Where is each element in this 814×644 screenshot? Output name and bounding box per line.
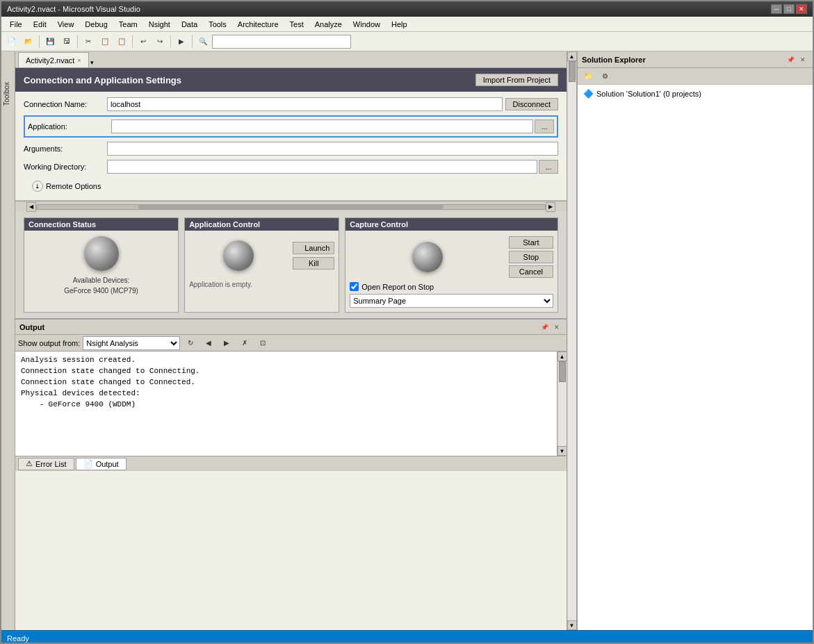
output-panel: Output 📌 ✕ Show output from: Nsight Anal…	[15, 318, 567, 471]
menu-data[interactable]: Data	[176, 19, 203, 30]
working-dir-label: Working Directory:	[24, 163, 107, 171]
menu-analyze[interactable]: Analyze	[309, 19, 348, 30]
maximize-button[interactable]: □	[783, 4, 795, 14]
connection-name-label: Connection Name:	[24, 100, 107, 108]
capture-row: Start Stop Cancel	[350, 236, 553, 278]
output-scrollbar[interactable]: ▲ ▼	[557, 352, 567, 456]
app-control-title: Application Control	[185, 218, 339, 231]
cancel-button[interactable]: Cancel	[509, 265, 553, 278]
se-folder-btn[interactable]: 📁	[580, 69, 596, 84]
output-clear-btn[interactable]: ✗	[237, 336, 252, 351]
working-dir-input[interactable]	[107, 160, 537, 174]
disconnect-button[interactable]: Disconnect	[505, 98, 558, 110]
output-refresh-btn[interactable]: ↻	[183, 336, 198, 351]
tab-label: Activity2.nvact	[26, 56, 74, 65]
se-controls: 📌 ✕	[785, 54, 808, 65]
status-panels: Connection Status Available Devices: GeF…	[15, 212, 567, 318]
activity-tab[interactable]: Activity2.nvact ×	[18, 52, 89, 67]
output-line-2: Connection state changed to Connecting.	[21, 365, 551, 377]
toolbar-redo[interactable]: ↪	[152, 34, 168, 49]
menu-edit[interactable]: Edit	[28, 19, 52, 30]
toolbar-save[interactable]: 💾	[42, 34, 58, 49]
menu-test[interactable]: Test	[284, 19, 309, 30]
menu-window[interactable]: Window	[348, 19, 386, 30]
remote-options-row[interactable]: ⤓ Remote Options	[24, 178, 558, 195]
output-copy-btn[interactable]: ⊡	[255, 336, 270, 351]
main-scrollbar[interactable]: ▲ ▼	[567, 51, 576, 630]
tab-dropdown[interactable]: ▾	[89, 58, 95, 67]
toolbar-cut[interactable]: ✂	[81, 34, 96, 49]
start-button[interactable]: Start	[509, 236, 553, 249]
se-header: Solution Explorer 📌 ✕	[578, 51, 813, 68]
application-browse-button[interactable]: ...	[535, 119, 554, 133]
close-button[interactable]: ✕	[796, 4, 807, 14]
minimize-button[interactable]: ─	[771, 4, 782, 14]
output-pin-btn[interactable]: 📌	[539, 322, 550, 333]
toolbar-run[interactable]: ▶	[174, 34, 189, 49]
form-container: Connection Name: Disconnect Application:…	[15, 92, 567, 201]
report-select[interactable]: Summary Page	[350, 294, 553, 308]
menu-nsight[interactable]: Nsight	[143, 19, 176, 30]
toolbar-new[interactable]: 📄	[4, 34, 19, 49]
output-source-select[interactable]: Nsight Analysis	[83, 336, 180, 350]
capture-control-title: Capture Control	[345, 218, 557, 231]
error-list-tab[interactable]: ⚠ Error List	[18, 458, 74, 470]
toolbar-saveall[interactable]: 🖫	[59, 34, 74, 49]
capture-control-panel: Capture Control Start Stop Cancel Open R…	[345, 217, 558, 313]
import-button[interactable]: Import From Project	[475, 74, 558, 86]
open-report-row: Open Report on Stop	[350, 282, 553, 291]
output-next-btn[interactable]: ▶	[219, 336, 234, 351]
toolbar-search-input[interactable]	[212, 35, 351, 49]
menu-file[interactable]: File	[4, 19, 28, 30]
toolbar-undo[interactable]: ↩	[136, 34, 151, 49]
connection-status-orb	[84, 236, 119, 271]
scroll-down-btn[interactable]: ▼	[557, 446, 567, 456]
scroll-track	[558, 361, 567, 446]
working-dir-browse-button[interactable]: ...	[539, 160, 558, 174]
center-content: Activity2.nvact × ▾ Connection and Appli…	[15, 51, 567, 630]
main-scroll-down[interactable]: ▼	[567, 620, 577, 630]
error-list-label: Error List	[35, 460, 67, 468]
se-close-btn[interactable]: ✕	[797, 54, 808, 65]
se-properties-btn[interactable]: ⚙	[597, 69, 612, 84]
application-input[interactable]	[111, 119, 533, 133]
output-prev-btn[interactable]: ◀	[201, 336, 216, 351]
se-pin-btn[interactable]: 📌	[785, 54, 796, 65]
output-header: Output 📌 ✕	[15, 320, 567, 335]
output-tab[interactable]: 📄 Output	[76, 458, 127, 470]
toolbar-sep-1	[39, 35, 40, 48]
main-scroll-up[interactable]: ▲	[567, 51, 577, 61]
output-close-btn[interactable]: ✕	[551, 322, 562, 333]
toolbar-sep-5	[192, 35, 193, 48]
menu-team[interactable]: Team	[113, 19, 143, 30]
connection-name-input[interactable]	[107, 97, 503, 111]
bottom-tabs: ⚠ Error List 📄 Output	[15, 456, 567, 471]
menu-help[interactable]: Help	[386, 19, 413, 30]
menu-debug[interactable]: Debug	[79, 19, 113, 30]
toolbar-open[interactable]: 📂	[21, 34, 36, 49]
solution-explorer: Solution Explorer 📌 ✕ 📁 ⚙ 🔷 Solution 'So…	[576, 51, 813, 630]
launch-button[interactable]: Launch	[293, 242, 334, 254]
se-toolbar: 📁 ⚙	[578, 68, 813, 85]
toolbar-search[interactable]: 🔍	[195, 34, 211, 49]
scroll-up-btn[interactable]: ▲	[557, 352, 567, 361]
toolbar-copy[interactable]: 📋	[97, 34, 113, 49]
scroll-left-btn[interactable]: ◀	[26, 202, 36, 212]
application-row: Application: ...	[24, 115, 558, 138]
menu-view[interactable]: View	[52, 19, 80, 30]
expand-icon[interactable]: ⤓	[32, 181, 43, 192]
toolbar-paste[interactable]: 📋	[114, 34, 129, 49]
kill-button[interactable]: Kill	[293, 257, 334, 270]
tab-close-icon[interactable]: ×	[77, 57, 81, 64]
menu-architecture[interactable]: Architecture	[232, 19, 284, 30]
arguments-input[interactable]	[107, 142, 558, 156]
solution-icon: 🔷	[583, 89, 594, 99]
arguments-row: Arguments:	[24, 142, 558, 156]
h-scroll-track[interactable]	[36, 204, 546, 210]
stop-button[interactable]: Stop	[509, 251, 553, 263]
main-scroll-track	[568, 61, 576, 620]
menu-tools[interactable]: Tools	[203, 19, 232, 30]
scroll-right-btn[interactable]: ▶	[546, 202, 555, 212]
open-report-checkbox[interactable]	[350, 282, 359, 291]
error-list-icon: ⚠	[26, 459, 33, 468]
